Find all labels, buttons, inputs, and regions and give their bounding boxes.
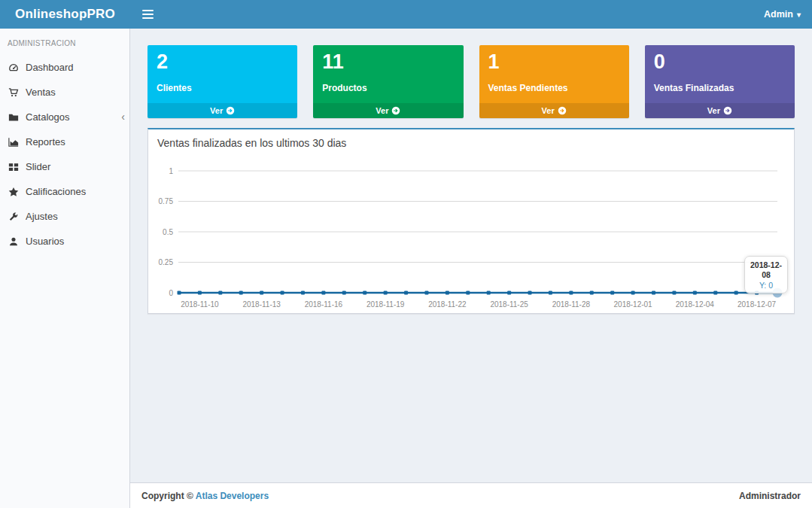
chevron-left-icon: ‹ xyxy=(121,111,125,123)
stat-card-link[interactable]: Ver xyxy=(645,103,795,118)
svg-text:2018-12-07: 2018-12-07 xyxy=(737,300,777,309)
user-menu-dropdown[interactable]: Admin ▾ xyxy=(753,9,812,20)
svg-text:2018-11-22: 2018-11-22 xyxy=(428,300,467,309)
svg-text:0: 0 xyxy=(169,289,173,297)
stat-card-clientes[interactable]: 2 Clientes Ver xyxy=(147,45,297,118)
stat-card-link[interactable]: Ver xyxy=(313,103,463,118)
stat-card-link[interactable]: Ver xyxy=(479,103,629,118)
stat-label: Productos xyxy=(322,83,454,93)
stat-link-label: Ver xyxy=(707,106,720,115)
svg-text:2018-12-04: 2018-12-04 xyxy=(676,300,715,309)
stat-label: Clientes xyxy=(157,83,288,93)
sidebar-section-label: ADMINISTRACION xyxy=(0,29,129,55)
top-header: OnlineshopPRO Admin ▾ xyxy=(0,0,812,29)
stat-card-ventas-pendientes[interactable]: 1 Ventas Pendientes Ver xyxy=(479,45,629,118)
top-navbar: Admin ▾ xyxy=(130,0,812,29)
hamburger-icon xyxy=(142,17,154,19)
stat-label: Ventas Finalizadas xyxy=(654,83,786,93)
stat-link-label: Ver xyxy=(542,106,555,115)
sidebar-item-dashboard[interactable]: Dashboard xyxy=(0,55,129,80)
copyright-text: Copyright © Atlas Developers xyxy=(141,491,269,501)
main-content: 2 Clientes Ver 11 Productos Ver 1 Ventas… xyxy=(130,29,812,482)
sidebar: ADMINISTRACION Dashboard Ventas Catalogo… xyxy=(0,29,130,508)
wrench-icon xyxy=(8,211,19,222)
sidebar-item-catalogos[interactable]: Catalogos ‹ xyxy=(0,105,129,129)
stat-card-body: 1 Ventas Pendientes xyxy=(479,45,629,103)
sidebar-item-label: Catalogos xyxy=(26,111,70,123)
stat-cards-row: 2 Clientes Ver 11 Productos Ver 1 Ventas… xyxy=(147,45,795,118)
stat-card-body: 0 Ventas Finalizadas xyxy=(645,45,795,103)
sidebar-item-ventas[interactable]: Ventas xyxy=(0,80,129,105)
chart-tooltip: 2018-12-08 Y: 0 xyxy=(744,256,788,294)
svg-text:2018-11-19: 2018-11-19 xyxy=(366,300,405,309)
user-menu-label: Admin xyxy=(764,9,793,20)
stat-value: 2 xyxy=(157,50,288,74)
line-chart[interactable]: 00.250.50.7512018-11-102018-11-132018-11… xyxy=(148,152,794,313)
arrow-circle-right-icon xyxy=(723,106,732,115)
stat-link-label: Ver xyxy=(376,106,388,115)
user-icon xyxy=(8,236,19,247)
svg-text:0.25: 0.25 xyxy=(159,258,174,266)
svg-text:2018-11-25: 2018-11-25 xyxy=(490,300,528,309)
stat-card-ventas-finalizadas[interactable]: 0 Ventas Finalizadas Ver xyxy=(645,45,795,118)
sidebar-item-calificaciones[interactable]: Calificaciones xyxy=(0,179,129,204)
cart-icon xyxy=(8,87,19,98)
svg-text:2018-11-10: 2018-11-10 xyxy=(181,300,219,309)
sidebar-item-label: Ajustes xyxy=(26,211,58,222)
line-chart-svg: 00.250.50.7512018-11-102018-11-132018-11… xyxy=(148,152,794,313)
sidebar-item-label: Calificaciones xyxy=(26,186,86,197)
dashboard-icon xyxy=(8,62,19,73)
svg-text:2018-11-28: 2018-11-28 xyxy=(552,300,591,309)
footer-user-label: Administrador xyxy=(739,491,801,501)
hamburger-icon xyxy=(142,10,154,11)
sidebar-item-label: Slider xyxy=(26,161,50,172)
star-icon xyxy=(8,186,19,197)
arrow-circle-right-icon xyxy=(558,106,567,115)
svg-text:1: 1 xyxy=(169,167,173,175)
svg-text:2018-11-16: 2018-11-16 xyxy=(305,300,343,309)
sidebar-item-label: Reportes xyxy=(26,136,65,148)
sidebar-item-ajustes[interactable]: Ajustes xyxy=(0,204,129,229)
tooltip-date: 2018-12-08 xyxy=(747,260,785,280)
arrow-circle-right-icon xyxy=(391,106,400,115)
chevron-down-icon: ▾ xyxy=(797,11,801,19)
atlas-developers-link[interactable]: Atlas Developers xyxy=(196,491,269,501)
brand-logo[interactable]: OnlineshopPRO xyxy=(0,0,130,29)
sidebar-item-reportes[interactable]: Reportes xyxy=(0,129,129,154)
stat-card-productos[interactable]: 11 Productos Ver xyxy=(313,45,463,118)
hamburger-icon xyxy=(142,14,154,15)
page-footer: Copyright © Atlas Developers Administrad… xyxy=(130,482,812,508)
chart-title: Ventas finalizadas en los ultimos 30 dia… xyxy=(148,129,794,152)
svg-text:2018-12-01: 2018-12-01 xyxy=(614,300,653,309)
area-chart-icon xyxy=(8,136,19,148)
arrow-circle-right-icon xyxy=(226,106,235,115)
sales-chart-panel: Ventas finalizadas en los ultimos 30 dia… xyxy=(147,128,795,314)
sidebar-item-label: Ventas xyxy=(26,87,56,98)
sidebar-item-label: Dashboard xyxy=(26,62,74,73)
tooltip-value: Y: 0 xyxy=(747,281,785,290)
sidebar-item-usuarios[interactable]: Usuarios xyxy=(0,229,129,254)
stat-card-link[interactable]: Ver xyxy=(147,103,297,118)
stat-card-body: 11 Productos xyxy=(313,45,463,103)
copyright-prefix: Copyright © xyxy=(141,491,196,501)
stat-value: 11 xyxy=(322,50,454,74)
sidebar-toggle-button[interactable] xyxy=(130,0,165,29)
stat-value: 0 xyxy=(654,50,786,74)
stat-label: Ventas Pendientes xyxy=(488,83,620,93)
stat-link-label: Ver xyxy=(210,106,223,115)
svg-text:2018-11-13: 2018-11-13 xyxy=(242,300,281,309)
svg-text:0.75: 0.75 xyxy=(159,197,174,205)
folder-icon xyxy=(8,111,19,123)
stat-card-body: 2 Clientes xyxy=(147,45,297,103)
grid-icon xyxy=(8,161,19,172)
svg-text:0.5: 0.5 xyxy=(163,228,173,236)
sidebar-item-label: Usuarios xyxy=(26,236,64,247)
sidebar-item-slider[interactable]: Slider xyxy=(0,154,129,179)
stat-value: 1 xyxy=(488,50,620,74)
